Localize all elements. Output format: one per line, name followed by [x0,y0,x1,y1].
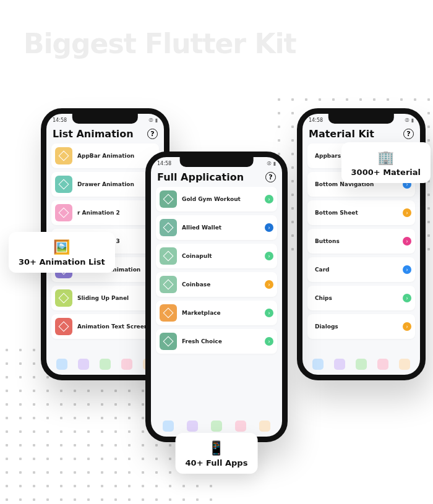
item-label: r Animation 2 [77,210,155,216]
item-icon [55,289,72,307]
list-item[interactable]: Fresh Choice› [156,329,277,354]
list-item[interactable]: Chips› [307,286,415,310]
chevron-right-icon[interactable]: › [265,280,273,289]
list-item[interactable]: Dialogs› [307,314,415,339]
list-item[interactable]: Animation Text Screen [51,314,159,339]
item-label: Coinapult [182,253,265,259]
badge-material: 🏢 3000+ Material [341,142,431,183]
chevron-right-icon[interactable]: › [403,294,411,302]
help-icon[interactable]: ? [403,129,414,139]
list-item[interactable]: Bottom Sheet› [307,200,415,225]
item-label: Gold Gym Workout [182,196,265,202]
status-icons-icon: ⦿ ▮ [405,117,414,123]
badge-full-apps: 📱 40+ Full Apps [176,433,258,474]
item-icon [160,247,177,265]
badge-label: 3000+ Material [351,168,421,177]
item-label: Drawer Animation [77,181,155,187]
phone-notch-icon [180,157,254,167]
chevron-right-icon[interactable]: › [265,309,273,317]
page-title: Full Application [157,171,244,183]
list-item[interactable]: Card› [307,257,415,282]
item-label: Animation Text Screen [77,323,155,330]
bottom-nav[interactable] [151,418,282,434]
item-icon [55,318,72,335]
item-label: Buttons [315,238,403,244]
item-icon [160,190,177,208]
badge-animation-list: 🖼️ 30+ Animation List [9,232,115,273]
chevron-right-icon[interactable]: › [403,265,411,274]
list-item[interactable]: Marketplace› [156,301,277,325]
list-item[interactable]: Allied Wallet› [156,215,277,240]
status-time: 14:58 [309,117,323,123]
list-item[interactable]: Coinbase› [156,272,277,297]
item-label: Chips [315,295,403,301]
list-item[interactable]: Buttons› [307,229,415,254]
phone-notch-icon [328,114,394,124]
page-title: Material Kit [309,128,374,140]
help-icon[interactable]: ? [265,172,276,182]
list-item[interactable]: Sliding Up Panel [51,286,159,310]
item-icon [160,219,177,236]
item-icon [160,304,177,322]
hero-title: Biggest Flutter Kit [24,28,296,59]
item-icon [55,147,72,164]
chevron-right-icon[interactable]: › [403,237,411,246]
item-label: Dialogs [315,323,403,330]
badge-label: 40+ Full Apps [186,458,248,468]
list-item[interactable]: AppBar Animation [51,143,159,168]
chevron-right-icon[interactable]: › [265,252,273,260]
animation-icon: 🖼️ [53,239,70,255]
badge-label: 30+ Animation List [19,257,105,267]
chevron-right-icon[interactable]: › [265,337,273,346]
item-label: Bottom Sheet [315,210,403,216]
apps-icon: 📱 [208,440,225,456]
bottom-nav[interactable] [302,356,420,372]
list-item[interactable]: Gold Gym Workout› [156,187,277,211]
chevron-right-icon[interactable]: › [403,208,411,217]
chevron-right-icon[interactable]: › [403,322,411,331]
status-icons-icon: ⦿ ▮ [148,117,158,123]
list-item[interactable]: r Animation 2 [51,200,159,225]
item-label: Coinbase [182,281,265,288]
list-item[interactable]: Coinapult› [156,244,277,268]
status-icons-icon: ⦿ ▮ [267,161,276,166]
chevron-right-icon[interactable]: › [265,195,273,203]
item-icon [55,204,72,221]
item-label: Marketplace [182,310,265,316]
item-icon [55,176,72,193]
item-icon [160,276,177,293]
full-app-list: Gold Gym Workout›Allied Wallet›Coinapult… [151,186,282,359]
item-label: Card [315,267,403,273]
chevron-right-icon[interactable]: › [265,223,273,232]
phone-notch-icon [72,114,138,124]
item-icon [160,333,177,350]
help-icon[interactable]: ? [147,129,158,139]
status-time: 14:58 [53,117,67,123]
page-title: List Animation [53,128,134,140]
item-label: Fresh Choice [182,338,265,344]
item-label: AppBar Animation [77,153,155,159]
item-label: Allied Wallet [182,224,265,231]
status-time: 14:58 [157,161,171,166]
phone-full-application: 14:58 ⦿ ▮ Full Application ? Gold Gym Wo… [145,152,288,442]
item-label: Sliding Up Panel [77,295,155,301]
building-icon: 🏢 [377,150,394,165]
list-item[interactable]: Drawer Animation [51,172,159,197]
